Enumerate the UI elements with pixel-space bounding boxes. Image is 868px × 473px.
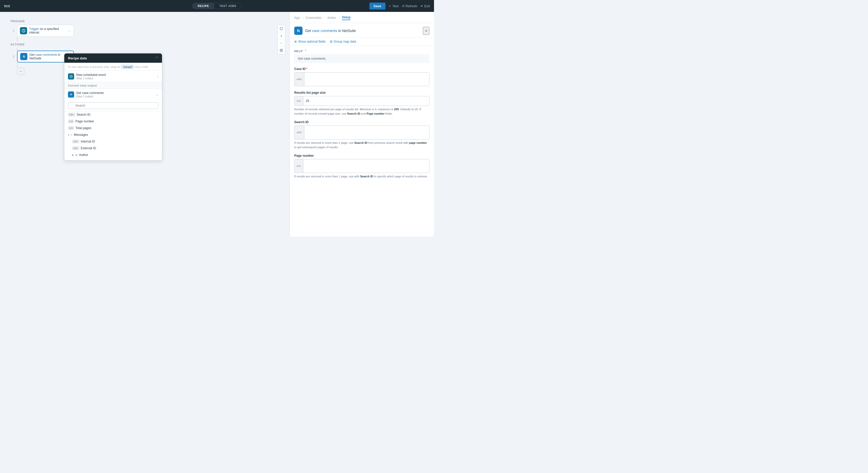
rdp-step1-name: New scheduled event xyxy=(76,73,106,77)
datapill-label: datapill xyxy=(121,65,134,69)
zoom-out-button[interactable]: − xyxy=(278,39,285,47)
action-icon: N xyxy=(20,53,27,60)
results-list-type-badge: 123 xyxy=(294,96,303,106)
bc-arrow-2: → xyxy=(323,16,326,20)
trigger-text: Trigger on a specified interval xyxy=(29,27,66,34)
rdp-field-list: ABC Search ID 123 Page number 123 Total … xyxy=(64,111,162,160)
rdp-search: 🔍 xyxy=(64,100,162,111)
page-number-desc: If results are returned in more than 1 p… xyxy=(294,174,429,179)
case-id-section: Case ID* ABC xyxy=(294,67,429,86)
group-icon: ⊞ xyxy=(330,40,333,43)
breadcrumb-nav: App → Connection → Action → Setup xyxy=(289,12,434,23)
rdp-title: Recipe data xyxy=(68,56,87,60)
fit-view-button[interactable] xyxy=(278,47,285,54)
show-optional-button[interactable]: ⊕ Show optional fields xyxy=(294,40,326,43)
rdp-step1-item[interactable]: New scheduled event Step 1 output › xyxy=(64,71,162,82)
results-list-input[interactable] xyxy=(303,96,429,106)
panel-app-icon: N xyxy=(294,27,303,35)
bc-connection[interactable]: Connection xyxy=(306,16,321,20)
search-id-input-wrap: ABC xyxy=(294,126,429,139)
tab-recipe[interactable]: RECIPE xyxy=(192,3,214,9)
close-button[interactable]: ✕ xyxy=(423,27,429,35)
case-id-input[interactable] xyxy=(304,73,429,86)
recipe-data-panel: Recipe data ⌃ To use data from a previou… xyxy=(64,53,162,161)
trigger-card[interactable]: Trigger on a specified interval ··· xyxy=(17,25,74,37)
help-chevron: ⌃ xyxy=(304,49,307,53)
trigger-step-number: 1 xyxy=(10,29,14,32)
rdp-field-total-pages[interactable]: 123 Total pages xyxy=(64,125,162,131)
results-list-input-wrap: 123 xyxy=(294,96,429,106)
close-icon: ✕ xyxy=(420,4,423,8)
main-layout: TRIGGER 1 Trigger on a specified interva… xyxy=(0,12,434,236)
rdp-field-external-id[interactable]: ABC External ID xyxy=(64,145,162,151)
page-number-input[interactable] xyxy=(303,159,429,173)
add-step-button[interactable]: + xyxy=(17,68,24,75)
rdp-step2-name: Get case comments xyxy=(76,91,104,95)
test-icon: ✓ xyxy=(389,4,392,8)
rdp-step1-chevron: › xyxy=(157,75,158,78)
svg-rect-4 xyxy=(282,50,283,52)
test-button[interactable]: ✓ Test xyxy=(389,4,399,8)
bc-arrow-1: → xyxy=(301,16,304,20)
svg-rect-1 xyxy=(280,49,281,50)
rdp-group-author[interactable]: ▶ ⊞ Author xyxy=(64,151,162,158)
rdp-field-page-number[interactable]: 123 Page number xyxy=(64,118,162,125)
trigger-row: 1 Trigger on a specified interval ··· xyxy=(10,25,74,37)
rdp-collapse-icon[interactable]: ⌃ xyxy=(155,56,158,60)
rdp-list-icon: ≡ xyxy=(71,133,72,136)
rdp-current-label: Current step output xyxy=(64,82,162,89)
rdp-step2-icon: N xyxy=(68,91,74,98)
search-id-desc: If results are returned in more than 1 p… xyxy=(294,141,429,149)
trigger-label: TRIGGER xyxy=(10,20,25,23)
results-list-section: Results list page size 123 Number of rec… xyxy=(294,91,429,116)
tab-test-jobs[interactable]: TEST JOBS xyxy=(214,3,242,9)
group-map-button[interactable]: ⊞ Group map data xyxy=(330,40,356,43)
case-id-required: * xyxy=(306,67,307,71)
bc-app[interactable]: App xyxy=(294,16,300,20)
rdp-step1-sub: Step 1 output xyxy=(76,77,106,80)
action-step-number: 2 xyxy=(10,55,14,58)
case-id-label: Case ID* xyxy=(294,67,429,71)
exit-button[interactable]: ✕ Exit xyxy=(420,4,430,8)
rdp-step2-sub: Step 2 output xyxy=(76,95,104,98)
rdp-search-input[interactable] xyxy=(68,102,158,109)
results-list-label: Results list page size xyxy=(294,91,429,95)
svg-rect-2 xyxy=(282,49,283,50)
save-button[interactable]: Save xyxy=(369,3,385,9)
rdp-field-internal-id[interactable]: ABC Internal ID xyxy=(64,138,162,145)
optional-icon: ⊕ xyxy=(294,40,297,43)
top-bar-actions: Save ✓ Test ↺ Refresh ✕ Exit xyxy=(369,3,430,9)
bc-setup[interactable]: Setup xyxy=(342,15,350,20)
rdp-step2-item[interactable]: N Get case comments Step 2 output ⌄ xyxy=(64,89,162,100)
actions-label: ACTIONS xyxy=(10,43,25,46)
panel-options: ⊕ Show optional fields ⊞ Group map data xyxy=(289,38,434,46)
app-title: test xyxy=(4,4,10,8)
help-header[interactable]: HELP ⌃ xyxy=(294,49,429,53)
tab-group: RECIPE TEST JOBS xyxy=(192,3,242,9)
refresh-button[interactable]: ↺ Refresh xyxy=(402,4,417,8)
panel-action-title: Get case comments in NetSuite xyxy=(305,29,356,33)
panel-content: HELP ⌃ Get case comments. Case ID* ABC R… xyxy=(289,46,434,236)
canvas-controls: + − xyxy=(277,25,285,54)
rdp-messages-toggle: ▾ xyxy=(68,133,69,136)
rdp-step1-left: New scheduled event Step 1 output xyxy=(68,73,106,80)
refresh-icon: ↺ xyxy=(402,4,405,8)
page-number-type-badge: 123 xyxy=(294,159,303,173)
page-number-label: Page number xyxy=(294,154,429,158)
canvas-reset-button[interactable] xyxy=(278,25,285,32)
rdp-subtitle: To use data from a previous step, drag i… xyxy=(64,63,162,71)
rdp-field-search-id[interactable]: ABC Search ID xyxy=(64,111,162,118)
case-id-input-wrap: ABC xyxy=(294,72,429,86)
rdp-step2-left: N Get case comments Step 2 output xyxy=(68,91,104,98)
search-id-section: Search ID ABC If results are returned in… xyxy=(294,120,429,149)
action-text: Get case comments in NetSuite xyxy=(29,53,66,60)
trigger-menu[interactable]: ··· xyxy=(68,29,71,33)
zoom-in-button[interactable]: + xyxy=(278,32,285,39)
rdp-messages-name: Messages xyxy=(74,133,88,137)
rdp-group-messages[interactable]: ▾ ≡ Messages xyxy=(64,131,162,138)
help-body: Get case comments. xyxy=(294,54,429,63)
rdp-author-grid-icon: ⊞ xyxy=(75,154,78,157)
bc-action[interactable]: Action xyxy=(327,16,336,20)
panel-header: N Get case comments in NetSuite ✕ xyxy=(289,23,434,38)
search-id-input[interactable] xyxy=(304,126,429,139)
